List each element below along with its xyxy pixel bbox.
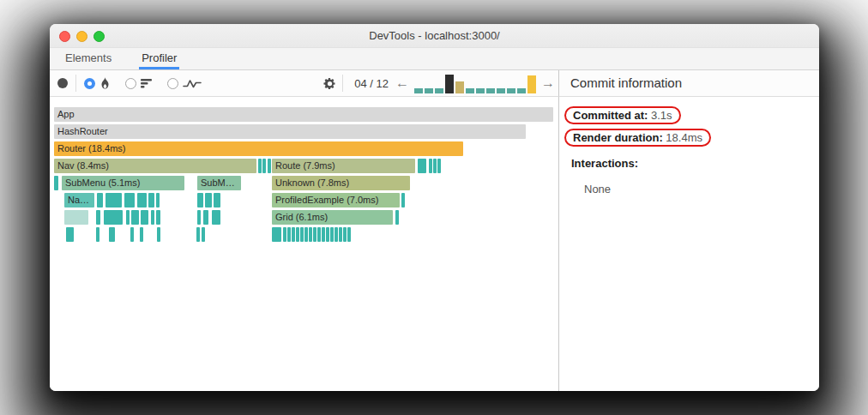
flame-bar[interactable] (343, 227, 347, 242)
next-commit-button[interactable]: → (538, 71, 558, 95)
flame-bar[interactable] (203, 210, 208, 225)
flame-bar[interactable] (205, 193, 212, 208)
commit-bar-11[interactable] (517, 88, 526, 93)
commit-bar-10[interactable] (507, 88, 515, 93)
flame-bar[interactable] (126, 210, 130, 225)
flame-bar[interactable] (130, 227, 134, 242)
flame-bar[interactable] (401, 193, 405, 208)
flame-bar[interactable] (330, 227, 334, 242)
flame-bar[interactable] (202, 227, 205, 242)
flame-bar-route[interactable]: Route (7.9ms) (272, 159, 415, 173)
flame-bar[interactable] (296, 227, 299, 242)
ranked-radio[interactable] (125, 78, 136, 89)
interactions-radio[interactable] (167, 78, 178, 89)
flame-bar[interactable] (309, 227, 312, 242)
prev-commit-button[interactable]: ← (392, 71, 413, 95)
flame-bar-na[interactable]: Na… (64, 193, 94, 208)
flame-bar[interactable] (322, 227, 325, 242)
committed-at-line: Committed at: 3.1s (571, 106, 807, 124)
flame-bar[interactable] (197, 210, 201, 225)
flame-bar[interactable] (418, 159, 426, 173)
mode-flamegraph[interactable] (84, 77, 111, 89)
flame-bar[interactable] (214, 193, 220, 208)
close-button[interactable] (59, 31, 70, 42)
red-annotation-committed-at: Committed at: 3.1s (564, 106, 681, 124)
flame-bar[interactable] (287, 227, 291, 242)
flame-bar[interactable] (96, 227, 99, 242)
flame-bar[interactable] (317, 227, 321, 242)
committed-at-label: Committed at: (573, 109, 648, 122)
flame-bar[interactable] (347, 227, 351, 242)
commit-bar-1[interactable] (414, 88, 423, 93)
commit-bar-3[interactable] (435, 88, 443, 93)
flame-bar[interactable] (137, 193, 147, 208)
flame-bar[interactable] (212, 210, 220, 225)
commit-selector[interactable] (414, 74, 536, 93)
commit-bar-7[interactable] (476, 88, 485, 93)
flame-bar[interactable] (156, 210, 160, 225)
flame-bar-hashrouter[interactable]: HashRouter (54, 124, 526, 139)
flamegraph-radio[interactable] (84, 78, 95, 89)
flame-bar-nav[interactable]: Nav (8.4ms) (54, 159, 256, 173)
flame-bar[interactable] (339, 227, 342, 242)
commit-bar-2[interactable] (425, 88, 433, 93)
render-duration-line: Render duration: 18.4ms (571, 129, 807, 147)
header-row: 04 / 12 ← → Commit information (50, 70, 819, 97)
flame-bar[interactable] (156, 193, 160, 208)
flame-bar[interactable] (197, 193, 203, 208)
commit-bar-6[interactable] (466, 88, 474, 93)
flame-bar[interactable] (268, 159, 271, 173)
flame-bar-subm[interactable]: SubM… (197, 176, 241, 190)
flame-bar[interactable] (104, 210, 123, 225)
flame-bar[interactable] (335, 227, 338, 242)
flame-bar[interactable] (292, 227, 295, 242)
flame-bar[interactable] (433, 159, 437, 173)
flame-bar[interactable] (272, 227, 281, 242)
mode-interactions[interactable] (167, 77, 202, 89)
commit-bar-12[interactable] (527, 75, 536, 93)
commit-bar-4[interactable] (445, 75, 454, 93)
record-button[interactable] (57, 78, 68, 88)
flame-bar[interactable] (283, 227, 286, 242)
flame-bar[interactable] (66, 227, 74, 242)
maximize-button[interactable] (93, 31, 105, 42)
flame-bar-submenu[interactable]: SubMenu (5.1ms) (62, 176, 184, 190)
flame-bar[interactable] (313, 227, 316, 242)
flame-bar[interactable] (157, 227, 160, 242)
flame-bar[interactable] (196, 227, 200, 242)
flame-bar[interactable] (131, 210, 139, 225)
flame-bar[interactable] (300, 227, 304, 242)
commit-bar-9[interactable] (497, 88, 505, 93)
flame-bar-unknown[interactable]: Unknown (7.8ms) (272, 176, 410, 190)
flame-bar[interactable] (262, 159, 266, 173)
flame-bar[interactable] (437, 159, 441, 173)
flame-bar[interactable] (258, 159, 262, 173)
flame-bar[interactable] (395, 210, 399, 225)
flame-bar[interactable] (326, 227, 329, 242)
flame-bar[interactable] (97, 193, 103, 208)
flame-bar-app[interactable]: App (54, 107, 553, 122)
settings-button[interactable] (323, 77, 336, 90)
flame-bar-grid[interactable]: Grid (6.1ms) (272, 210, 393, 225)
flame-bar[interactable] (304, 227, 308, 242)
flame-bar-profiledexample[interactable]: ProfiledExample (7.0ms) (272, 193, 400, 208)
flame-bar[interactable] (64, 210, 88, 225)
gear-icon (323, 77, 336, 90)
flame-bar[interactable] (54, 176, 58, 190)
flame-bar[interactable] (151, 210, 154, 225)
commit-bar-5[interactable] (455, 81, 464, 93)
tab-profiler[interactable]: Profiler (139, 48, 179, 69)
flame-bar[interactable] (148, 193, 154, 208)
tab-elements[interactable]: Elements (63, 48, 114, 69)
flame-bar[interactable] (124, 193, 135, 208)
flame-bar[interactable] (109, 227, 115, 242)
flame-bar[interactable] (140, 227, 143, 242)
mode-ranked[interactable] (125, 78, 154, 89)
flame-bar[interactable] (96, 210, 100, 225)
minimize-button[interactable] (76, 31, 87, 42)
flame-bar[interactable] (105, 193, 122, 208)
flame-bar[interactable] (429, 159, 432, 173)
flame-bar-router[interactable]: Router (18.4ms) (54, 141, 463, 156)
flame-bar[interactable] (141, 210, 148, 225)
commit-bar-8[interactable] (486, 88, 495, 93)
